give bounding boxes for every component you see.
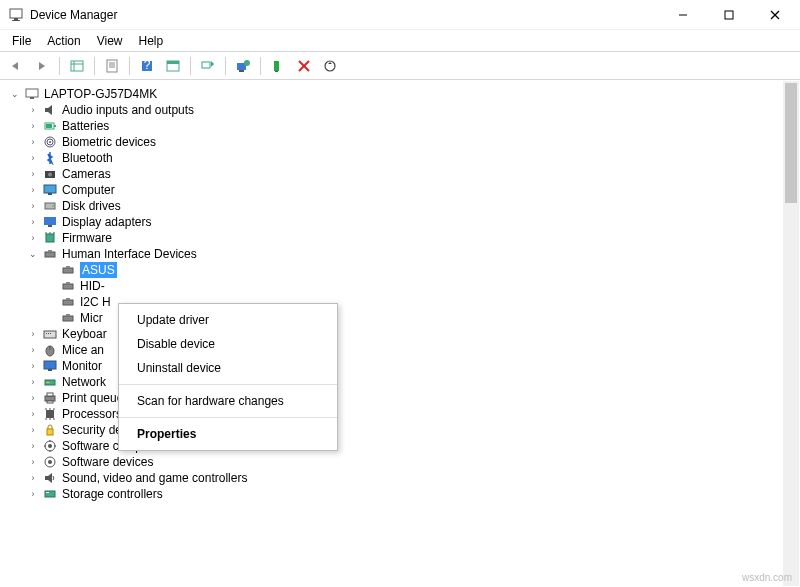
svg-rect-27 <box>26 89 38 97</box>
svg-rect-88 <box>46 492 49 493</box>
category-label: Monitor <box>62 358 102 374</box>
svg-point-40 <box>52 205 54 207</box>
disable-device-icon[interactable] <box>292 55 316 77</box>
chevron-right-icon[interactable]: › <box>26 375 40 389</box>
scrollbar[interactable] <box>783 81 799 586</box>
tree-category-hid[interactable]: ⌄Human Interface Devices <box>26 246 800 262</box>
chevron-right-icon[interactable]: › <box>26 151 40 165</box>
chevron-down-icon[interactable]: ⌄ <box>26 247 40 261</box>
chevron-right-icon[interactable]: › <box>26 167 40 181</box>
ctx-update-driver[interactable]: Update driver <box>119 308 337 332</box>
menu-view[interactable]: View <box>89 32 131 50</box>
biometric-icon <box>42 134 58 150</box>
svg-rect-68 <box>45 396 55 401</box>
chevron-right-icon[interactable]: › <box>26 407 40 421</box>
tree-category-sound[interactable]: ›Sound, video and game controllers <box>26 470 800 486</box>
watermark: wsxdn.com <box>742 572 792 583</box>
svg-rect-55 <box>63 316 73 321</box>
chevron-down-icon[interactable]: ⌄ <box>8 87 22 101</box>
tree-category-audio[interactable]: ›Audio inputs and outputs <box>26 102 800 118</box>
tree-root[interactable]: ⌄ LAPTOP-GJ57D4MK <box>8 86 800 102</box>
menu-help[interactable]: Help <box>131 32 172 50</box>
tree-category-cameras[interactable]: ›Cameras <box>26 166 800 182</box>
titlebar: Device Manager <box>0 0 800 30</box>
computer-icon <box>42 182 58 198</box>
show-hide-icon[interactable] <box>65 55 89 77</box>
svg-rect-22 <box>274 61 279 71</box>
tree-category-biometric[interactable]: ›Biometric devices <box>26 134 800 150</box>
device-label: Micr <box>80 310 103 326</box>
category-label: Sound, video and game controllers <box>62 470 247 486</box>
scrollbar-thumb[interactable] <box>785 83 797 203</box>
chevron-right-icon[interactable]: › <box>26 199 40 213</box>
network-icon <box>42 374 58 390</box>
svg-rect-42 <box>48 225 52 227</box>
tree-category-display[interactable]: ›Display adapters <box>26 214 800 230</box>
ctx-disable-device[interactable]: Disable device <box>119 332 337 356</box>
menu-action[interactable]: Action <box>39 32 88 50</box>
chevron-right-icon[interactable]: › <box>26 183 40 197</box>
update-driver-icon[interactable] <box>231 55 255 77</box>
processors-icon <box>42 406 58 422</box>
chevron-right-icon[interactable]: › <box>26 343 40 357</box>
chevron-right-icon[interactable]: › <box>26 455 40 469</box>
category-label: Network <box>62 374 106 390</box>
category-label: Mice an <box>62 342 104 358</box>
chevron-right-icon[interactable]: › <box>26 487 40 501</box>
ctx-properties[interactable]: Properties <box>119 422 337 446</box>
tree-category-computer[interactable]: ›Computer <box>26 182 800 198</box>
chevron-right-icon[interactable]: › <box>26 391 40 405</box>
tree-category-diskdrives[interactable]: ›Disk drives <box>26 198 800 214</box>
forward-button[interactable] <box>30 55 54 77</box>
svg-rect-53 <box>63 300 73 305</box>
computer-icon <box>24 86 40 102</box>
svg-point-34 <box>49 141 51 143</box>
category-label: Batteries <box>62 118 109 134</box>
close-button[interactable] <box>752 0 798 30</box>
chevron-right-icon[interactable]: › <box>26 439 40 453</box>
chevron-right-icon[interactable]: › <box>26 327 40 341</box>
tree-device-hid1[interactable]: HID- <box>44 278 800 294</box>
firmware-icon <box>42 230 58 246</box>
svg-point-86 <box>48 460 52 464</box>
uninstall-device-icon[interactable] <box>266 55 290 77</box>
refresh-icon[interactable] <box>318 55 342 77</box>
svg-rect-52 <box>66 282 70 284</box>
audio-icon <box>42 102 58 118</box>
action-icon[interactable] <box>161 55 185 77</box>
help-icon[interactable]: ? <box>135 55 159 77</box>
properties-icon[interactable] <box>100 55 124 77</box>
tree-device-asus[interactable]: ASUS <box>44 262 800 278</box>
menu-file[interactable]: File <box>4 32 39 50</box>
tree-category-batteries[interactable]: ›Batteries <box>26 118 800 134</box>
svg-point-21 <box>244 60 250 66</box>
context-menu: Update driver Disable device Uninstall d… <box>118 303 338 451</box>
tree-category-storage[interactable]: ›Storage controllers <box>26 486 800 502</box>
svg-rect-69 <box>47 393 53 396</box>
back-button[interactable] <box>4 55 28 77</box>
scan-hardware-icon[interactable] <box>196 55 220 77</box>
svg-rect-50 <box>66 266 70 268</box>
category-label: Processors <box>62 406 122 422</box>
tree-category-firmware[interactable]: ›Firmware <box>26 230 800 246</box>
tree-category-softdev[interactable]: ›Software devices <box>26 454 800 470</box>
chevron-right-icon[interactable]: › <box>26 359 40 373</box>
minimize-button[interactable] <box>660 0 706 30</box>
ctx-uninstall-device[interactable]: Uninstall device <box>119 356 337 380</box>
chevron-right-icon[interactable]: › <box>26 423 40 437</box>
chevron-right-icon[interactable]: › <box>26 215 40 229</box>
chevron-right-icon[interactable]: › <box>26 231 40 245</box>
chevron-right-icon[interactable]: › <box>26 135 40 149</box>
tree-category-bluetooth[interactable]: ›Bluetooth <box>26 150 800 166</box>
ctx-scan-hardware[interactable]: Scan for hardware changes <box>119 389 337 413</box>
category-label: Biometric devices <box>62 134 156 150</box>
svg-rect-10 <box>107 60 117 72</box>
category-label: Software devices <box>62 454 153 470</box>
svg-rect-23 <box>275 71 278 72</box>
chevron-right-icon[interactable]: › <box>26 471 40 485</box>
svg-point-66 <box>46 382 48 384</box>
svg-rect-54 <box>66 298 70 300</box>
chevron-right-icon[interactable]: › <box>26 103 40 117</box>
chevron-right-icon[interactable]: › <box>26 119 40 133</box>
maximize-button[interactable] <box>706 0 752 30</box>
